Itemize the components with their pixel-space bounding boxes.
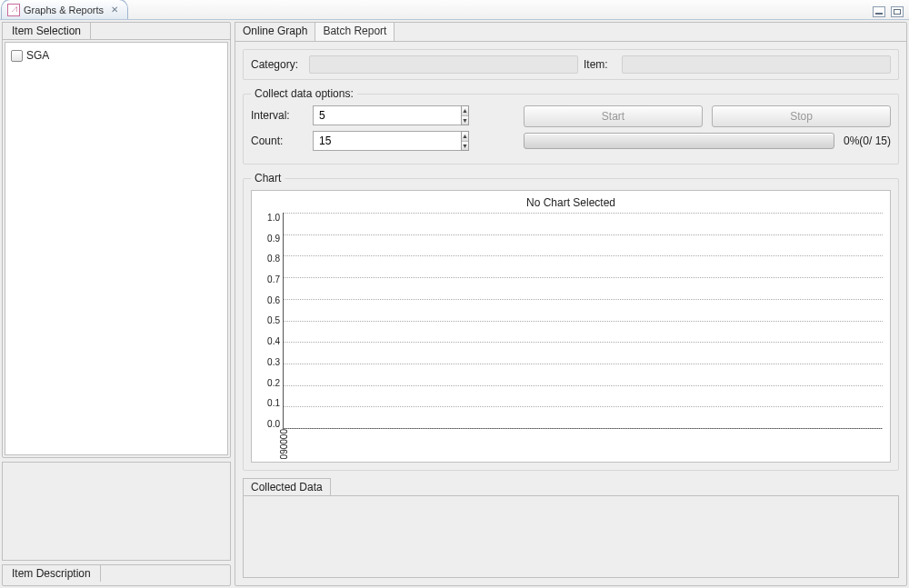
progress-text: 0%(0/ 15) bbox=[844, 135, 891, 147]
item-description-panel: Item Description bbox=[2, 564, 231, 586]
item-selection-panel: Item Selection SGA bbox=[2, 22, 231, 458]
chevron-up-icon[interactable]: ▲ bbox=[462, 132, 468, 141]
item-label: Item: bbox=[584, 58, 616, 71]
interval-spinner: ▲ ▼ bbox=[461, 105, 469, 125]
chart-grid bbox=[283, 213, 883, 429]
y-axis: 1.00.90.80.70.60.50.40.30.20.10.0 bbox=[259, 213, 283, 429]
checkbox-icon[interactable] bbox=[11, 50, 23, 62]
y-tick-label: 0.6 bbox=[267, 295, 280, 305]
collected-data-tab[interactable]: Collected Data bbox=[243, 478, 331, 495]
chart-icon: ⩘ bbox=[7, 4, 20, 16]
y-tick-label: 0.7 bbox=[267, 274, 280, 284]
y-tick-label: 0.5 bbox=[267, 315, 280, 325]
interval-field[interactable] bbox=[313, 105, 461, 125]
collect-data-options-group: Collect data options: Interval: ▲ ▼ bbox=[243, 87, 899, 164]
count-spinner: ▲ ▼ bbox=[461, 131, 469, 151]
start-button[interactable]: Start bbox=[524, 105, 703, 127]
x-axis-ticks: 090000 bbox=[283, 429, 883, 462]
y-tick-label: 0.3 bbox=[267, 357, 280, 367]
count-input[interactable]: ▲ ▼ bbox=[313, 131, 440, 151]
minimize-button[interactable] bbox=[873, 6, 885, 17]
y-tick-label: 1.0 bbox=[267, 213, 280, 223]
gridline bbox=[284, 406, 883, 407]
maximize-button[interactable] bbox=[891, 6, 904, 17]
chevron-up-icon[interactable]: ▲ bbox=[462, 106, 468, 115]
online-graph-body: Category: Item: Collect data options: In… bbox=[235, 41, 906, 585]
gridline bbox=[284, 299, 883, 300]
item-selection-tab-label: Item Selection bbox=[12, 25, 81, 37]
workspace: Item Selection SGA Item Description bbox=[0, 20, 909, 588]
item-selection-tree[interactable]: SGA bbox=[5, 42, 228, 455]
item-value[interactable] bbox=[622, 55, 891, 74]
interval-label: Interval: bbox=[251, 109, 305, 122]
x-axis: 090000 bbox=[259, 429, 883, 462]
count-field[interactable] bbox=[313, 131, 461, 151]
category-value[interactable] bbox=[309, 55, 578, 74]
left-middle-panel bbox=[2, 462, 231, 561]
tree-item-label: SGA bbox=[26, 49, 49, 62]
tab-online-graph-label: Online Graph bbox=[243, 25, 307, 37]
gridline bbox=[284, 234, 883, 235]
gridline bbox=[284, 342, 883, 343]
category-label: Category: bbox=[251, 58, 304, 71]
y-tick-label: 0.4 bbox=[267, 336, 280, 346]
item-description-tab-label: Item Description bbox=[12, 567, 91, 580]
tree-item-sga[interactable]: SGA bbox=[11, 48, 222, 63]
item-description-tab[interactable]: Item Description bbox=[2, 564, 101, 582]
run-controls: Start Stop 0%(0/ 15) bbox=[524, 105, 891, 149]
progress-bar bbox=[524, 133, 834, 149]
y-tick-label: 0.9 bbox=[267, 234, 280, 244]
item-selection-tab[interactable]: Item Selection bbox=[2, 22, 91, 39]
count-label: Count: bbox=[251, 135, 305, 147]
y-tick-label: 0.1 bbox=[267, 398, 280, 408]
stop-button[interactable]: Stop bbox=[712, 105, 891, 127]
gridline bbox=[284, 364, 883, 364]
gridline bbox=[284, 213, 883, 214]
right-tabstrip: Online Graph Batch Report bbox=[235, 23, 906, 41]
x-tick-label: 090000 bbox=[279, 429, 289, 459]
gridline bbox=[284, 277, 883, 278]
options-inputs: Interval: ▲ ▼ Count: bbox=[251, 105, 514, 156]
chart-title: No Chart Selected bbox=[259, 194, 883, 213]
view-tab-label: Graphs & Reports bbox=[24, 5, 104, 15]
view-window-controls bbox=[873, 6, 909, 19]
plot-area: 1.00.90.80.70.60.50.40.30.20.10.0 bbox=[259, 213, 883, 429]
tab-online-graph[interactable]: Online Graph bbox=[235, 22, 315, 41]
chevron-down-icon[interactable]: ▼ bbox=[462, 141, 468, 151]
tab-batch-report-label: Batch Report bbox=[323, 25, 386, 37]
view-tab-graphs-reports[interactable]: ⩘ Graphs & Reports ✕ bbox=[1, 0, 128, 19]
interval-row: Interval: ▲ ▼ bbox=[251, 105, 514, 125]
left-column: Item Selection SGA Item Description bbox=[2, 22, 231, 586]
chart-group: Chart No Chart Selected 1.00.90.80.70.60… bbox=[243, 172, 899, 471]
y-tick-label: 0.8 bbox=[267, 254, 280, 264]
y-tick-label: 0.2 bbox=[267, 378, 280, 388]
collected-data-tab-label: Collected Data bbox=[251, 481, 323, 493]
gridline bbox=[284, 255, 883, 256]
chevron-down-icon[interactable]: ▼ bbox=[462, 115, 468, 125]
chart-surface: No Chart Selected 1.00.90.80.70.60.50.40… bbox=[251, 190, 891, 463]
gridline bbox=[284, 321, 883, 322]
category-item-row: Category: Item: bbox=[243, 49, 899, 80]
collect-data-options-legend: Collect data options: bbox=[251, 87, 357, 100]
tab-batch-report[interactable]: Batch Report bbox=[315, 22, 395, 41]
view-tabstrip: ⩘ Graphs & Reports ✕ bbox=[0, 0, 909, 20]
chart-legend: Chart bbox=[251, 172, 285, 184]
y-tick-label: 0.0 bbox=[267, 419, 280, 429]
count-row: Count: ▲ ▼ bbox=[251, 131, 514, 151]
collected-data-body bbox=[243, 495, 899, 578]
gridline bbox=[284, 385, 883, 386]
right-panel: Online Graph Batch Report Category: Item… bbox=[235, 22, 907, 586]
collected-data-section: Collected Data bbox=[243, 478, 899, 578]
close-icon[interactable]: ✕ bbox=[111, 5, 118, 15]
interval-input[interactable]: ▲ ▼ bbox=[313, 105, 440, 125]
